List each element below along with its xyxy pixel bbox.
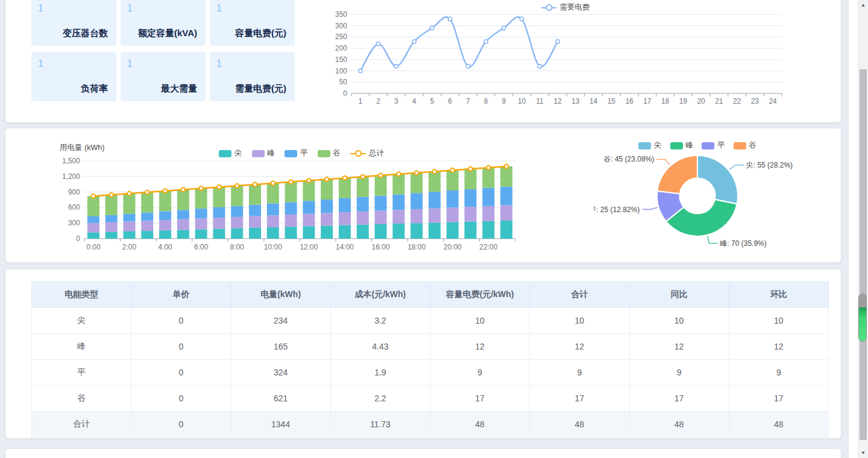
data-point bbox=[556, 40, 559, 43]
table-cell: 9 bbox=[530, 360, 629, 386]
total-point bbox=[450, 168, 454, 172]
stat-card-max-demand: 1 最大需量 bbox=[121, 52, 206, 101]
bar-segment-谷 bbox=[231, 186, 243, 206]
stat-label: 变压器台数 bbox=[63, 28, 108, 39]
label-leader-line bbox=[729, 165, 743, 170]
scroll-up-icon[interactable]: ▲ bbox=[858, 0, 868, 10]
scroll-progress-indicator[interactable] bbox=[858, 293, 867, 342]
table-row: 峰01654.4312121212 bbox=[32, 334, 829, 360]
total-point bbox=[325, 177, 329, 181]
data-point bbox=[520, 17, 523, 20]
label-leader-line bbox=[656, 159, 670, 165]
bar-segment-峰 bbox=[321, 213, 333, 225]
stat-value: 1 bbox=[38, 58, 43, 69]
table-cell: 17 bbox=[430, 386, 530, 412]
bar-segment-谷 bbox=[285, 182, 297, 202]
total-point bbox=[343, 176, 347, 180]
total-point bbox=[163, 189, 168, 193]
bar-segment-平 bbox=[285, 202, 297, 215]
usage-stacked-bar-chart[interactable]: 03006009001,2001,5000:002:004:006:008:00… bbox=[42, 139, 524, 259]
stat-label: 需量电费(元) bbox=[235, 83, 286, 95]
table-cell: 17 bbox=[530, 386, 629, 412]
table-cell: 0 bbox=[131, 308, 231, 334]
table-cell: 48 bbox=[430, 412, 530, 438]
data-point bbox=[484, 40, 488, 43]
bar-segment-峰 bbox=[141, 221, 153, 231]
total-point bbox=[360, 175, 365, 179]
stat-value: 1 bbox=[127, 58, 133, 69]
axis-label: 350 bbox=[335, 10, 347, 19]
bar-segment-谷 bbox=[339, 178, 351, 198]
table-cell: 谷 bbox=[32, 386, 131, 412]
scroll-down-icon[interactable]: ▼ bbox=[858, 448, 868, 458]
table-cell: 尖 bbox=[32, 308, 131, 334]
data-point bbox=[448, 17, 451, 20]
bar-segment-峰 bbox=[429, 209, 441, 223]
bar-segment-谷 bbox=[465, 169, 477, 189]
bar-segment-尖 bbox=[339, 225, 351, 239]
table-cell: 12 bbox=[729, 334, 828, 360]
bar-segment-平 bbox=[321, 199, 333, 213]
bar-segment-谷 bbox=[303, 181, 315, 201]
bar-segment-尖 bbox=[123, 231, 135, 239]
pie-slice-尖 bbox=[697, 155, 738, 204]
bar-segment-尖 bbox=[465, 222, 477, 239]
bar-segment-谷 bbox=[482, 168, 494, 188]
stat-value: 1 bbox=[216, 3, 222, 14]
bar-segment-谷 bbox=[123, 193, 135, 214]
table-cell: 165 bbox=[231, 334, 330, 360]
table-header-cell: 环比 bbox=[729, 282, 828, 308]
table-cell: 324 bbox=[231, 360, 330, 386]
bar-segment-平 bbox=[213, 207, 225, 218]
table-panel: 电能类型单价电量(kWh)成本(元/kWh)容量电费(元/kWh)合计同比环比 … bbox=[5, 269, 841, 438]
table-header-cell: 容量电费(元/kWh) bbox=[430, 282, 530, 308]
bar-segment-峰 bbox=[285, 215, 297, 227]
dashboard-page: 1 变压器台数 1 额定容量(kVA) 1 容量电费(元) 1 负荷率 1 最大… bbox=[0, 0, 868, 458]
bar-segment-尖 bbox=[231, 228, 243, 239]
total-point bbox=[486, 166, 491, 170]
table-cell: 1.9 bbox=[330, 360, 430, 386]
table-cell: 10 bbox=[729, 308, 828, 334]
bar-segment-谷 bbox=[410, 173, 423, 193]
bar-segment-峰 bbox=[267, 215, 279, 227]
usage-donut-chart[interactable]: 尖: 55 (28.2%)峰: 70 (35.9%)平: 25 (12.82%)… bbox=[594, 136, 838, 259]
axis-label: 23 bbox=[751, 97, 760, 105]
axis-label: 13 bbox=[571, 97, 580, 105]
table-cell: 11.73 bbox=[330, 412, 430, 438]
total-point bbox=[289, 180, 293, 184]
energy-fee-table: 电能类型单价电量(kWh)成本(元/kWh)容量电费(元/kWh)合计同比环比 … bbox=[31, 281, 829, 438]
axis-label: 4:00 bbox=[158, 243, 172, 251]
total-point bbox=[199, 186, 203, 190]
total-point bbox=[109, 193, 113, 197]
table-cell: 9 bbox=[629, 360, 729, 386]
axis-label: 100 bbox=[335, 67, 347, 75]
bar-segment-峰 bbox=[195, 218, 207, 229]
bar-segment-平 bbox=[447, 190, 459, 207]
axis-label: 14:00 bbox=[336, 243, 354, 251]
axis-label: 10 bbox=[518, 97, 526, 105]
table-row: 合计0134411.7348484848 bbox=[32, 412, 829, 438]
stat-label: 额定容量(kVA) bbox=[138, 28, 197, 39]
bar-segment-尖 bbox=[105, 232, 118, 239]
bar-segment-谷 bbox=[141, 192, 153, 213]
axis-label: 8:00 bbox=[230, 243, 245, 251]
pie-label: 谷: 45 (23.08%) bbox=[603, 155, 654, 163]
table-cell: 10 bbox=[530, 308, 629, 334]
table-header-cell: 电量(kWh) bbox=[231, 282, 330, 308]
scroll-pill-green bbox=[859, 307, 866, 341]
bar-segment-谷 bbox=[392, 174, 404, 195]
axis-label: 17 bbox=[643, 97, 652, 105]
bar-segment-谷 bbox=[177, 190, 189, 210]
table-body: 尖02343.210101010峰01654.4312121212平03241.… bbox=[32, 308, 829, 438]
bar-segment-尖 bbox=[141, 231, 153, 239]
scrollbar-thumb[interactable] bbox=[860, 69, 867, 440]
axis-label: 19 bbox=[679, 97, 688, 105]
table-cell: 621 bbox=[231, 386, 330, 412]
demand-fee-line-chart[interactable]: 0501001502002503003501234567891011121314… bbox=[326, 0, 791, 108]
vertical-scrollbar[interactable]: ▲ ▼ bbox=[858, 0, 868, 458]
total-point bbox=[181, 187, 185, 192]
data-point bbox=[502, 26, 506, 30]
axis-label: 22:00 bbox=[479, 243, 497, 251]
bar-segment-峰 bbox=[105, 222, 118, 232]
axis-label: 6 bbox=[448, 97, 452, 105]
